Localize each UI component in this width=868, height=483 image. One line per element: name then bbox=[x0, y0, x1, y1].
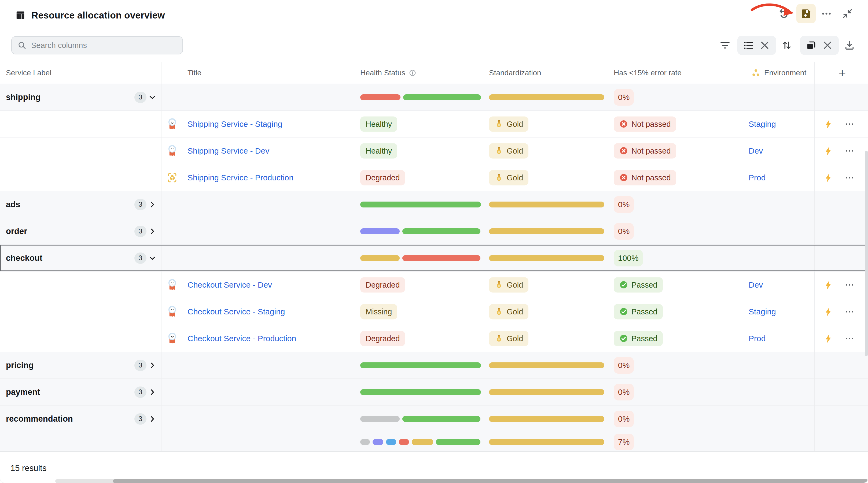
error-rate-badge-label: Not passed bbox=[631, 120, 671, 128]
environment-link[interactable]: Prod bbox=[749, 173, 766, 182]
environment-link[interactable]: Staging bbox=[749, 120, 776, 129]
group-label: checkout bbox=[6, 253, 42, 263]
column-header-health-status[interactable]: Health Status bbox=[360, 62, 416, 84]
table-row-group[interactable]: pricing 3 0% bbox=[0, 352, 868, 379]
column-header-environment[interactable]: Environment bbox=[751, 62, 806, 84]
group-expand-toggle[interactable] bbox=[148, 438, 157, 447]
duplicates-chip[interactable] bbox=[800, 36, 839, 55]
octopus-icon bbox=[166, 279, 178, 291]
health-status-badge: Degraded bbox=[360, 277, 405, 292]
table-row-group[interactable]: ads 3 0% bbox=[0, 191, 868, 218]
chevron-right-icon bbox=[148, 388, 157, 397]
group-expand-toggle[interactable] bbox=[148, 200, 157, 209]
standardization-badge-label: Gold bbox=[507, 280, 523, 289]
table-row-group[interactable]: recommendation 3 0% bbox=[0, 406, 868, 432]
group-expand-toggle[interactable] bbox=[148, 414, 157, 423]
horizontal-scrollbar-thumb[interactable] bbox=[113, 479, 868, 483]
group-expand-toggle[interactable] bbox=[148, 361, 157, 370]
filter-button[interactable] bbox=[717, 37, 733, 53]
row-groups-chip[interactable] bbox=[737, 36, 776, 55]
table-row-service[interactable]: Shipping Service - Production Degraded G… bbox=[0, 164, 868, 191]
row-menu-button[interactable] bbox=[842, 304, 857, 319]
octopus-icon bbox=[166, 332, 178, 345]
table-row-service[interactable]: Checkout Service - Production Degraded G… bbox=[0, 325, 868, 352]
table-row-group[interactable]: 7% bbox=[0, 432, 868, 451]
service-title-link[interactable]: Checkout Service - Production bbox=[187, 334, 296, 343]
search-box[interactable] bbox=[11, 36, 183, 55]
quick-action-button[interactable] bbox=[821, 304, 836, 319]
error-rate-badge-label: Passed bbox=[631, 280, 657, 289]
group-expand-toggle[interactable] bbox=[148, 93, 157, 102]
group-expand-toggle[interactable] bbox=[148, 254, 157, 263]
table-row-service[interactable]: Shipping Service - Dev Healthy Gold Not … bbox=[0, 137, 868, 164]
health-distribution-bar bbox=[360, 255, 480, 261]
row-menu-button[interactable] bbox=[842, 143, 857, 158]
grid-body: shipping 3 0% bbox=[0, 84, 868, 451]
undo-button[interactable] bbox=[774, 4, 793, 23]
environment-link[interactable]: Prod bbox=[749, 334, 766, 343]
column-header-title[interactable]: Title bbox=[187, 62, 202, 84]
table-row-service[interactable]: Checkout Service - Dev Degraded Gold Pas… bbox=[0, 271, 868, 298]
copy-icon bbox=[806, 40, 817, 51]
standardization-badge-label: Gold bbox=[507, 173, 523, 182]
bar-segment bbox=[360, 416, 400, 422]
save-button[interactable] bbox=[796, 4, 816, 23]
sort-button[interactable] bbox=[779, 37, 795, 53]
health-status-badge: Degraded bbox=[360, 331, 405, 346]
standardization-badge-label: Gold bbox=[507, 334, 523, 343]
service-title-link[interactable]: Shipping Service - Dev bbox=[187, 146, 269, 156]
environment-link[interactable]: Dev bbox=[749, 146, 763, 156]
service-title-link[interactable]: Checkout Service - Staging bbox=[187, 307, 285, 316]
column-header-error-rate[interactable]: Has <15% error rate bbox=[614, 62, 682, 84]
standardization-badge: Gold bbox=[489, 170, 528, 185]
bar-segment bbox=[489, 362, 604, 368]
row-menu-button[interactable] bbox=[842, 278, 857, 292]
column-header-standardization[interactable]: Standardization bbox=[489, 62, 541, 84]
row-menu-button[interactable] bbox=[842, 117, 857, 132]
service-title-link[interactable]: Checkout Service - Dev bbox=[187, 280, 272, 289]
table-row-service[interactable]: Checkout Service - Staging Missing Gold … bbox=[0, 298, 868, 325]
vertical-scrollbar[interactable] bbox=[865, 151, 868, 356]
data-grid: Service Label Title Health Status Standa… bbox=[0, 62, 868, 451]
add-column-button[interactable]: + bbox=[833, 62, 851, 84]
quick-action-button[interactable] bbox=[821, 117, 836, 132]
standardization-distribution-bar bbox=[489, 439, 604, 445]
group-count-badge: 3 bbox=[134, 253, 147, 264]
row-menu-button[interactable] bbox=[842, 331, 857, 346]
standardization-distribution-bar bbox=[489, 201, 604, 207]
service-title-link[interactable]: Shipping Service - Staging bbox=[187, 120, 282, 129]
download-button[interactable] bbox=[841, 37, 858, 53]
table-row-group[interactable]: order 3 0% bbox=[0, 218, 868, 245]
table-row-service[interactable]: Shipping Service - Staging Healthy Gold … bbox=[0, 111, 868, 137]
group-expand-toggle[interactable] bbox=[148, 227, 157, 236]
check-circle-icon bbox=[619, 334, 628, 343]
quick-action-button[interactable] bbox=[821, 331, 836, 346]
service-title-link[interactable]: Shipping Service - Production bbox=[187, 173, 293, 182]
table-row-group[interactable]: checkout 3 100% bbox=[0, 245, 868, 271]
table-row-group[interactable]: shipping 3 0% bbox=[0, 84, 868, 111]
search-input[interactable] bbox=[31, 41, 177, 50]
environment-link[interactable]: Staging bbox=[749, 307, 776, 316]
row-menu-button[interactable] bbox=[842, 170, 857, 185]
quick-action-button[interactable] bbox=[821, 170, 836, 185]
titlebar: Resource allocation overview bbox=[0, 0, 868, 30]
clear-row-groups-icon[interactable] bbox=[760, 40, 770, 51]
group-count-badge: 3 bbox=[134, 199, 147, 210]
quick-action-button[interactable] bbox=[821, 278, 836, 292]
standardization-distribution-bar bbox=[489, 255, 604, 261]
environment-link[interactable]: Dev bbox=[749, 280, 763, 289]
cube-scan-icon bbox=[166, 171, 178, 184]
quick-action-button[interactable] bbox=[821, 143, 836, 158]
environment-cluster-icon bbox=[751, 68, 761, 78]
table-row-group[interactable]: payment 3 0% bbox=[0, 379, 868, 406]
ellipsis-icon bbox=[845, 334, 854, 343]
lightning-icon bbox=[824, 120, 833, 129]
clear-duplicates-icon[interactable] bbox=[822, 40, 833, 51]
more-options-button[interactable] bbox=[817, 4, 836, 23]
collapse-button[interactable] bbox=[838, 4, 857, 23]
check-circle-icon bbox=[619, 280, 628, 289]
x-circle-icon bbox=[619, 120, 628, 129]
info-icon[interactable] bbox=[408, 69, 416, 77]
column-header-service-label[interactable]: Service Label bbox=[6, 62, 52, 84]
group-expand-toggle[interactable] bbox=[148, 388, 157, 397]
